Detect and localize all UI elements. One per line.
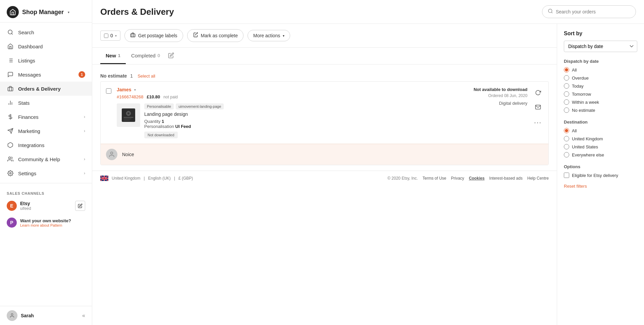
toolbar: 0 ▾ Get postage labels Mark as complete — [92, 24, 557, 48]
chevron-right-icon: › — [84, 114, 85, 119]
sidebar-item-messages[interactable]: Messages 1 — [0, 67, 92, 82]
sidebar-item-stats[interactable]: Stats — [0, 96, 92, 110]
footer-right: © 2020 Etsy, Inc. Terms of Use Privacy C… — [387, 176, 549, 181]
sidebar-item-orders[interactable]: Orders & Delivery — [0, 82, 92, 96]
sidebar-item-search[interactable]: Search — [0, 25, 92, 39]
get-postage-button[interactable]: Get postage labels — [124, 29, 183, 42]
collapse-sidebar-button[interactable]: « — [82, 313, 85, 319]
more-action-button[interactable]: ··· — [533, 117, 543, 128]
shop-manager-header[interactable]: Shop Manager ▾ — [0, 0, 92, 22]
customer-name[interactable]: James — [117, 87, 131, 92]
tab-new[interactable]: New 1 — [100, 48, 126, 64]
email-action-button[interactable] — [534, 103, 542, 113]
dispatch-today-radio[interactable] — [564, 83, 569, 89]
select-count: 0 — [110, 33, 113, 38]
pattern-title: Want your own website? — [20, 218, 85, 223]
svg-rect-8 — [8, 87, 13, 91]
select-all-checkbox[interactable]: 0 ▾ — [100, 31, 120, 41]
etsy-delivery-label: Eligible for Etsy delivery — [572, 173, 618, 178]
etsy-delivery-option[interactable]: Eligible for Etsy delivery — [564, 173, 637, 178]
dispatch-today-option[interactable]: Today — [564, 83, 637, 89]
dispatch-tomorrow-label: Tomorrow — [572, 92, 591, 97]
not-downloaded-badge: Not downloaded — [144, 132, 178, 138]
privacy-link[interactable]: Privacy — [451, 176, 464, 181]
destination-uk-radio[interactable] — [564, 136, 569, 141]
sort-by-title: Sort by — [564, 31, 637, 37]
dispatch-all-radio[interactable] — [564, 67, 569, 73]
dispatch-tomorrow-option[interactable]: Tomorrow — [564, 91, 637, 97]
terms-link[interactable]: Terms of Use — [423, 176, 446, 181]
sidebar-item-label: Dashboard — [18, 44, 85, 49]
sidebar-item-finances[interactable]: Finances › — [0, 110, 92, 124]
sort-select[interactable]: Dispatch by date Order date Customer nam… — [564, 41, 637, 52]
order-search-box[interactable] — [542, 5, 636, 18]
commenter-avatar — [106, 149, 117, 160]
filter-panel: Sort by Dispatch by date Order date Cust… — [557, 24, 644, 325]
check-icon — [193, 32, 198, 39]
reset-filters-button[interactable]: Reset filters — [564, 184, 587, 189]
order-status: Not available to download Ordered 08 Jun… — [460, 87, 527, 106]
dispatch-within-week-radio[interactable] — [564, 99, 569, 105]
nav-divider — [0, 183, 92, 183]
sidebar-item-integrations[interactable]: Integrations — [0, 138, 92, 152]
dispatch-overdue-option[interactable]: Overdue — [564, 75, 637, 81]
mark-complete-button[interactable]: Mark as complete — [187, 29, 244, 42]
svg-rect-18 — [130, 34, 135, 37]
dispatch-tomorrow-radio[interactable] — [564, 91, 569, 97]
dispatch-no-estimate-radio[interactable] — [564, 107, 569, 113]
select-checkbox[interactable] — [104, 34, 108, 38]
search-icon — [548, 8, 553, 15]
sidebar-item-community[interactable]: Community & Help › — [0, 152, 92, 166]
dispatch-within-week-option[interactable]: Within a week — [564, 99, 637, 105]
sidebar-item-label: Stats — [18, 100, 85, 106]
dispatch-all-option[interactable]: All — [564, 67, 637, 73]
dispatch-overdue-radio[interactable] — [564, 75, 569, 81]
more-actions-button[interactable]: More actions ▾ — [248, 30, 290, 41]
select-all-link[interactable]: Select all — [138, 74, 155, 79]
tab-completed[interactable]: Completed 0 — [126, 48, 165, 64]
sidebar-item-settings[interactable]: Settings › — [0, 166, 92, 180]
footer-separator: | — [144, 176, 145, 181]
sidebar-item-listings[interactable]: Listings — [0, 53, 92, 67]
sidebar-item-dashboard[interactable]: Dashboard — [0, 39, 92, 53]
help-centre-link[interactable]: Help Centre — [527, 176, 549, 181]
status-date: Ordered 08 Jun, 2020 — [460, 93, 527, 98]
destination-all-option[interactable]: All — [564, 128, 637, 133]
dispatch-no-estimate-option[interactable]: No estimate — [564, 107, 637, 113]
refresh-action-button[interactable] — [534, 88, 542, 99]
svg-point-22 — [127, 112, 129, 114]
tab-completed-count: 0 — [158, 53, 160, 58]
status-title: Not available to download — [460, 87, 527, 92]
destination-us-radio[interactable] — [564, 144, 569, 149]
sidebar-item-marketing[interactable]: Marketing › — [0, 124, 92, 138]
destination-us-label: United States — [572, 144, 598, 149]
main-content: Orders & Delivery 0 ▾ Get post — [92, 0, 644, 325]
tab-edit-button[interactable] — [165, 48, 177, 64]
interest-ads-link[interactable]: Interest-based ads — [489, 176, 523, 181]
order-id[interactable]: #1666748268 — [117, 94, 144, 99]
tab-completed-label: Completed — [131, 53, 156, 58]
footer-separator: | — [174, 176, 175, 181]
pattern-sub-link[interactable]: Learn more about Pattern — [20, 223, 85, 227]
destination-everywhere-radio[interactable] — [564, 152, 569, 157]
destination-us-option[interactable]: United States — [564, 144, 637, 149]
destination-uk-option[interactable]: United Kingdom — [564, 136, 637, 141]
destination-everywhere-option[interactable]: Everywhere else — [564, 152, 637, 157]
topbar: Orders & Delivery — [92, 0, 644, 24]
sales-channels-label: SALES CHANNELS — [0, 186, 92, 197]
orders-icon — [7, 85, 14, 92]
dispatch-overdue-label: Overdue — [572, 76, 589, 81]
destination-everywhere-label: Everywhere else — [572, 152, 604, 157]
user-name: Sarah — [21, 313, 79, 318]
sidebar-item-label: Integrations — [18, 142, 85, 148]
etsy-delivery-checkbox[interactable] — [564, 173, 569, 178]
product-details: Personalisable uimovement-landing-page L… — [144, 103, 455, 138]
etsy-edit-button[interactable] — [75, 201, 85, 211]
cookies-link[interactable]: Cookies — [469, 176, 485, 181]
select-dropdown-icon: ▾ — [115, 34, 117, 38]
sidebar-item-label: Settings — [18, 171, 80, 176]
search-input[interactable] — [556, 9, 630, 14]
order-checkbox[interactable] — [106, 88, 111, 94]
destination-all-radio[interactable] — [564, 128, 569, 133]
page-title: Orders & Delivery — [100, 7, 174, 17]
